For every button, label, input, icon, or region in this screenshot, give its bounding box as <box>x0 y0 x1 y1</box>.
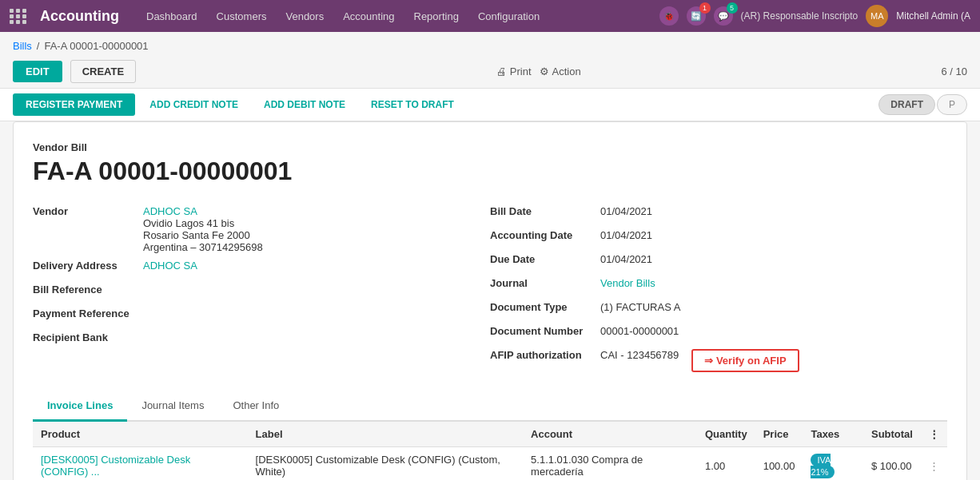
main-card: Vendor Bill FA-A 00001-00000001 Vendor A… <box>13 121 967 480</box>
vendor-address-2: Rosario Santa Fe 2000 <box>143 229 250 241</box>
nav-accounting[interactable]: Accounting <box>335 7 402 26</box>
form-right-col: Bill Date 01/04/2021 Accounting Date 01/… <box>490 205 947 372</box>
vendor-row: Vendor ADHOC SA Ovidio Lagos 41 bis Rosa… <box>33 205 490 253</box>
activity-notification[interactable]: 🔄 1 <box>687 6 706 26</box>
user-name: Mitchell Admin (A <box>896 10 970 22</box>
cell-product[interactable]: [DESK0005] Customizable Desk (CONFIG) ..… <box>33 447 248 481</box>
breadcrumb-separator: / <box>37 40 40 52</box>
apps-icon[interactable] <box>10 9 27 24</box>
breadcrumb-parent[interactable]: Bills <box>13 40 32 52</box>
status-draft[interactable]: DRAFT <box>878 94 935 115</box>
col-product: Product <box>33 422 248 447</box>
delivery-link[interactable]: ADHOC SA <box>143 260 197 272</box>
col-account: Account <box>523 422 697 447</box>
doc-number-label: Document Number <box>490 325 594 337</box>
form-fields: Vendor ADHOC SA Ovidio Lagos 41 bis Rosa… <box>33 205 947 372</box>
add-credit-note-button[interactable]: ADD CREDIT NOTE <box>138 93 249 116</box>
tax-badge: IVA 21% <box>811 454 835 478</box>
nav-reporting[interactable]: Reporting <box>406 7 467 26</box>
status-badges: DRAFT P <box>878 94 967 115</box>
accounting-date-label: Accounting Date <box>490 229 594 241</box>
delivery-value: ADHOC SA <box>143 260 197 272</box>
printer-icon <box>496 65 507 77</box>
nav-customers[interactable]: Customers <box>209 7 275 26</box>
pager: 6 / 10 <box>941 65 967 77</box>
recipient-bank-row: Recipient Bank <box>33 331 490 349</box>
breadcrumb-current: FA-A 00001-00000001 <box>44 40 148 52</box>
cell-account: 5.1.1.01.030 Compra de mercadería <box>523 447 697 481</box>
afip-row: AFIP authorization CAI - 123456789 ⇒ Ver… <box>490 349 947 372</box>
user-avatar[interactable]: MA <box>866 5 888 27</box>
status-posted[interactable]: P <box>937 94 967 115</box>
tab-invoice-lines[interactable]: Invoice Lines <box>33 391 127 422</box>
journal-value: Vendor Bills <box>600 277 655 289</box>
doc-type-value[interactable]: (1) FACTURAS A <box>600 301 680 313</box>
due-date-label: Due Date <box>490 253 594 265</box>
col-taxes: Taxes <box>803 422 863 447</box>
col-subtotal: Subtotal <box>863 422 921 447</box>
doc-number-row: Document Number 00001-00000001 <box>490 325 947 343</box>
cell-subtotal: $ 100.00 <box>863 447 921 481</box>
journal-link[interactable]: Vendor Bills <box>600 277 655 289</box>
payment-ref-row: Payment Reference <box>33 307 490 325</box>
vendor-address-3: Argentina – 30714295698 <box>143 241 263 253</box>
cell-tax: IVA 21% <box>803 447 863 481</box>
col-actions: ⋮ <box>921 422 947 447</box>
print-button[interactable]: Print <box>496 65 532 77</box>
journal-row: Journal Vendor Bills <box>490 277 947 295</box>
topbar: Accounting Dashboard Customers Vendors A… <box>0 0 980 32</box>
app-name: Accounting <box>40 8 119 25</box>
afip-label: AFIP authorization <box>490 349 594 361</box>
nav-vendors[interactable]: Vendors <box>277 7 332 26</box>
nav-configuration[interactable]: Configuration <box>470 7 548 26</box>
vendor-value: ADHOC SA Ovidio Lagos 41 bis Rosario San… <box>143 205 263 253</box>
vendor-label: Vendor <box>33 205 137 217</box>
bill-ref-label: Bill Reference <box>33 284 137 296</box>
bug-notification[interactable]: 🐞 <box>659 6 679 26</box>
due-date-row: Due Date 01/04/2021 <box>490 253 947 271</box>
journal-label: Journal <box>490 277 594 289</box>
accounting-date-value[interactable]: 01/04/2021 <box>600 229 652 241</box>
message-notification[interactable]: 💬 5 <box>714 6 733 26</box>
topbar-right: 🐞 🔄 1 💬 5 (AR) Responsable Inscripto MA … <box>659 5 970 27</box>
doc-type-row: Document Type (1) FACTURAS A <box>490 301 947 319</box>
main-toolbar: EDIT CREATE Print Action 6 / 10 <box>0 57 980 88</box>
row-actions[interactable]: ⋮ <box>921 447 947 481</box>
form-number: FA-A 00001-00000001 <box>33 157 947 186</box>
gear-icon <box>540 65 549 77</box>
col-price: Price <box>755 422 803 447</box>
delivery-label: Delivery Address <box>33 260 137 272</box>
nav-dashboard[interactable]: Dashboard <box>138 7 205 26</box>
bill-ref-row: Bill Reference <box>33 284 490 301</box>
vendor-name-link[interactable]: ADHOC SA <box>143 205 197 217</box>
cell-price: 100.00 <box>755 447 803 481</box>
col-quantity: Quantity <box>697 422 755 447</box>
verify-afip-button[interactable]: ⇒ Verify on AFIP <box>691 349 799 372</box>
cell-label: [DESK0005] Customizable Desk (CONFIG) (C… <box>248 447 524 481</box>
edit-button[interactable]: EDIT <box>13 61 62 82</box>
accounting-date-row: Accounting Date 01/04/2021 <box>490 229 947 247</box>
add-debit-note-button[interactable]: ADD DEBIT NOTE <box>253 93 357 116</box>
bug-icon: 🐞 <box>659 6 679 26</box>
bill-date-value[interactable]: 01/04/2021 <box>600 205 652 217</box>
form-left-col: Vendor ADHOC SA Ovidio Lagos 41 bis Rosa… <box>33 205 490 372</box>
delivery-row: Delivery Address ADHOC SA <box>33 260 490 277</box>
breadcrumb: Bills / FA-A 00001-00000001 <box>0 32 980 57</box>
bill-date-row: Bill Date 01/04/2021 <box>490 205 947 223</box>
main-nav: Dashboard Customers Vendors Accounting R… <box>138 7 647 26</box>
recipient-bank-label: Recipient Bank <box>33 331 137 343</box>
due-date-value[interactable]: 01/04/2021 <box>600 253 652 265</box>
tabs: Invoice Lines Journal Items Other Info <box>33 391 947 422</box>
doc-type-label: Document Type <box>490 301 594 313</box>
tab-journal-items[interactable]: Journal Items <box>127 391 218 422</box>
col-label: Label <box>248 422 524 447</box>
create-button[interactable]: CREATE <box>70 60 136 83</box>
message-count: 5 <box>727 2 738 14</box>
reset-to-draft-button[interactable]: RESET TO DRAFT <box>360 93 465 116</box>
vendor-address-1: Ovidio Lagos 41 bis <box>143 217 234 229</box>
register-payment-button[interactable]: REGISTER PAYMENT <box>13 93 135 116</box>
doc-number-value[interactable]: 00001-00000001 <box>600 325 679 337</box>
tab-other-info[interactable]: Other Info <box>218 391 293 422</box>
cell-quantity: 1.00 <box>697 447 755 481</box>
action-button[interactable]: Action <box>540 65 581 77</box>
